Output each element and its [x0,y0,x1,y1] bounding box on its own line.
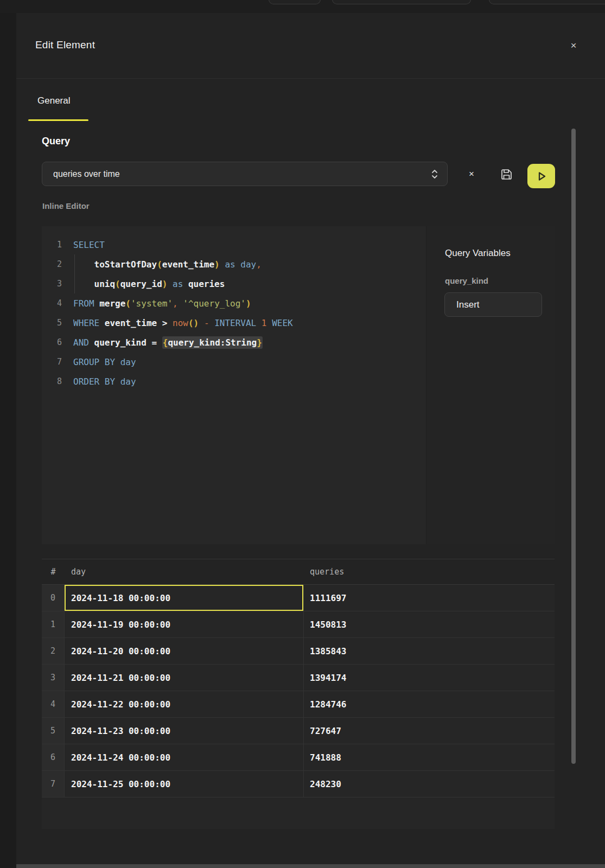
code-token: ORDER BY [73,376,115,387]
code-token: () [188,318,199,328]
code-token [99,318,105,328]
code-token [220,259,225,270]
table-row[interactable]: 22024-11-20 00:00:001385843 [42,638,555,665]
code-token: , [173,298,178,309]
chevron-up-down-icon [431,169,438,180]
code-token [94,298,100,309]
row-index-cell: 0 [42,585,65,611]
queries-cell[interactable]: 1111697 [304,585,555,611]
code-line-content: FROM merge('system', '^query_log') [62,298,251,309]
day-cell[interactable]: 2024-11-19 00:00:00 [65,611,304,637]
code-token: WEEK [272,318,293,328]
code-token: SELECT [73,240,105,250]
edit-element-modal: Edit Element × General Query queries ove… [16,13,605,868]
code-token: day [240,259,256,270]
code-token [178,298,183,309]
code-line[interactable]: 6AND query_kind = {query_kind:String} [42,333,426,352]
queries-cell[interactable]: 741888 [304,744,555,770]
table-row[interactable]: 32024-11-21 00:00:001394174 [42,665,555,691]
code-token: event_time [105,318,157,328]
code-token: AND [73,337,89,348]
code-lines: 1SELECT2 toStartOfDay(event_time) as day… [42,235,426,391]
bottom-edge-strip [16,864,605,868]
day-cell[interactable]: 2024-11-22 00:00:00 [65,691,304,717]
tab-general[interactable]: General [37,95,70,106]
code-line[interactable]: 2 toStartOfDay(event_time) as day, [42,254,426,274]
day-cell[interactable]: 2024-11-24 00:00:00 [65,744,304,770]
day-cell[interactable]: 2024-11-21 00:00:00 [65,665,304,691]
queries-cell[interactable]: 248230 [304,771,555,797]
inline-editor-label: Inline Editor [42,201,90,210]
table-row[interactable]: 42024-11-22 00:00:001284746 [42,691,555,718]
play-icon [536,170,547,182]
run-query-button[interactable] [527,164,555,188]
queries-cell[interactable]: 1450813 [304,611,555,637]
day-cell[interactable]: 2024-11-25 00:00:00 [65,771,304,797]
save-query-button[interactable] [499,167,514,182]
line-number: 1 [42,240,62,250]
column-header-day: day [65,567,304,577]
code-token: query_id [120,279,162,289]
table-row[interactable]: 72024-11-25 00:00:00248230 [42,771,555,797]
code-token [115,357,120,367]
query-section-heading: Query [42,136,70,147]
modal-title: Edit Element [35,39,95,51]
code-line-content: AND query_kind = {query_kind:String} [62,337,263,348]
code-token: > [162,318,168,328]
row-index-cell: 4 [42,691,65,717]
code-line[interactable]: 3 uniq(query_id) as queries [42,274,426,293]
table-row[interactable]: 02024-11-18 00:00:001111697 [42,585,555,611]
code-line[interactable]: 4FROM merge('system', '^query_log') [42,293,426,313]
code-line-content: uniq(query_id) as queries [62,279,225,289]
code-token: ( [115,279,120,289]
day-cell[interactable]: 2024-11-23 00:00:00 [65,718,304,744]
code-token: ) [214,259,220,270]
results-table-header: # day queries [42,559,555,585]
close-icon[interactable]: × [566,38,581,53]
background-topbar [0,0,605,13]
code-token: - [204,318,209,328]
code-line[interactable]: 8ORDER BY day [42,372,426,391]
code-token [157,337,162,348]
row-index-cell: 5 [42,718,65,744]
queries-cell[interactable]: 1394174 [304,665,555,691]
code-token [89,337,94,348]
code-line[interactable]: 7GROUP BY day [42,352,426,372]
line-number: 7 [42,357,62,367]
code-token: ( [157,259,162,270]
query-parameter-highlight: {query_kind:String} [162,336,263,349]
code-token: query_kind:String [168,337,257,348]
queries-cell[interactable]: 1385843 [304,638,555,664]
column-header-index: # [42,567,65,577]
code-line[interactable]: 5WHERE event_time > now() - INTERVAL 1 W… [42,313,426,333]
table-row[interactable]: 52024-11-23 00:00:00727647 [42,718,555,744]
table-row[interactable]: 62024-11-24 00:00:00741888 [42,744,555,771]
code-editor[interactable]: 1SELECT2 toStartOfDay(event_time) as day… [42,226,426,544]
day-cell[interactable]: 2024-11-20 00:00:00 [65,638,304,664]
code-line[interactable]: 1SELECT [42,235,426,254]
table-row[interactable]: 12024-11-19 00:00:001450813 [42,611,555,638]
background-button-partial [489,0,605,4]
insert-variable-button[interactable]: Insert [444,292,542,317]
day-cell-selected[interactable]: 2024-11-18 00:00:00 [65,585,304,611]
column-header-queries: queries [304,567,555,577]
line-number: 5 [42,318,62,328]
code-token [147,337,152,348]
code-token [167,279,173,289]
code-token: '^query_log' [183,298,246,309]
queries-cell[interactable]: 727647 [304,718,555,744]
code-token: GROUP BY [73,357,115,367]
code-token: = [152,337,157,348]
modal-scrollbar-thumb[interactable] [571,129,576,764]
variable-name-label: query_kind [445,276,488,285]
query-select[interactable]: queries over time [42,162,448,186]
query-variables-heading: Query Variables [445,248,511,259]
code-token: query_kind [94,337,147,348]
clear-query-button[interactable]: × [464,167,479,182]
code-token: day [120,376,136,387]
code-token: ) [162,279,168,289]
code-token: as [225,259,235,270]
background-button-partial [269,0,321,4]
code-token [235,259,241,270]
queries-cell[interactable]: 1284746 [304,691,555,717]
